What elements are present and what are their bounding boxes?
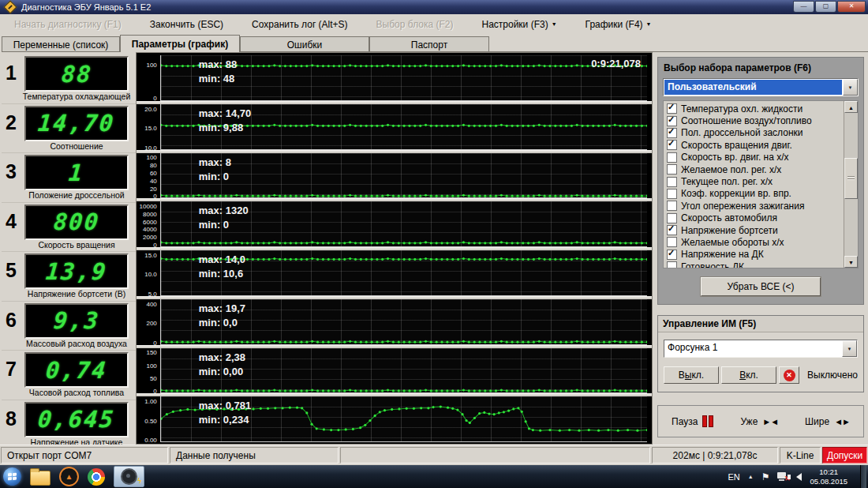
- checkbox-label: Скорость автомобиля: [681, 212, 777, 223]
- checkbox-idle-engine-speed[interactable]: [667, 152, 677, 163]
- tab-variables-list[interactable]: Переменные (список): [2, 36, 120, 52]
- narrower-button[interactable]: Уже ►◄: [740, 416, 778, 427]
- checklist-item-o2-readiness[interactable]: Готовность ДК: [667, 261, 842, 268]
- checklist-item-throttle-position[interactable]: Пол. дроссельной заслонки: [667, 127, 842, 139]
- actuator-value: Форсунка 1: [664, 340, 842, 357]
- axis-tick-label: 80: [150, 162, 157, 169]
- graph-plot: max: 14,70min: 9,88: [160, 104, 647, 150]
- scrollbar-thumb[interactable]: [844, 158, 858, 199]
- graph-max-label: max: 88: [199, 58, 237, 70]
- hidden-icons-chevron[interactable]: ▲: [748, 474, 754, 479]
- chrome-icon[interactable]: [88, 468, 105, 486]
- checkbox-o2-readiness[interactable]: [667, 261, 677, 268]
- minimize-button[interactable]: —: [793, 1, 814, 13]
- menu-item-charts[interactable]: Графики (F4)▼: [586, 19, 652, 30]
- scroll-down-icon[interactable]: ▼: [844, 256, 858, 268]
- tab-passport[interactable]: Паспорт: [369, 36, 489, 52]
- menu-item-finish[interactable]: Закончить (ESC): [150, 19, 223, 30]
- checkbox-ignition-advance[interactable]: [667, 201, 677, 211]
- checkbox-battery-voltage[interactable]: [667, 225, 677, 235]
- close-button[interactable]: ✕: [837, 1, 866, 13]
- axis-tick-label: 0.50: [144, 417, 157, 424]
- checkbox-desired-idle-rpm[interactable]: [667, 237, 677, 247]
- checklist-item-battery-voltage[interactable]: Напряжение бортсети: [667, 224, 842, 236]
- led-display: 13,9: [24, 253, 129, 289]
- axis-tick-label: 400: [146, 300, 156, 307]
- menu-item-save-log[interactable]: Сохранить лог (Alt+S): [252, 19, 348, 30]
- checklist-item-desired-idle-rpm[interactable]: Желаемые обороты х/х: [667, 236, 842, 248]
- checklist-item-injection-correction[interactable]: Коэф. коррекции вр. впр.: [667, 188, 842, 200]
- network-icon[interactable]: ✕: [777, 472, 788, 482]
- chevron-down-icon: ▼: [552, 21, 557, 27]
- actuator-control-title: Управление ИМ (F5): [658, 316, 863, 332]
- checkbox-label: Напряжение бортсети: [681, 225, 778, 236]
- checkbox-temp-coolant[interactable]: [667, 103, 677, 114]
- checklist-scrollbar[interactable]: ▲▼: [844, 101, 858, 268]
- checklist-item-engine-speed[interactable]: Скорость вращения двиг.: [667, 139, 842, 151]
- graph-plot: max: 88min: 480:9:21,078: [160, 55, 647, 101]
- param-index: 8: [6, 407, 17, 430]
- parameter-set-combobox[interactable]: Пользовательский ▼: [663, 78, 859, 96]
- actuator-off-button[interactable]: Выкл.: [664, 366, 719, 384]
- actuator-stop-button[interactable]: ✕: [779, 366, 799, 384]
- menu-item-settings[interactable]: Настройки (F3)▼: [481, 19, 556, 30]
- tray-time: 10:21: [819, 467, 838, 476]
- volume-icon[interactable]: [796, 473, 802, 481]
- checklist-item-o2-sensor-voltage[interactable]: Напряжение на ДК: [667, 249, 842, 261]
- checklist-item-vehicle-speed[interactable]: Скорость автомобиля: [667, 212, 842, 224]
- checkbox-label: Пол. дроссельной заслонки: [681, 127, 803, 138]
- chevron-down-icon[interactable]: ▼: [842, 340, 857, 357]
- tab-parameters-graph[interactable]: Параметры (график): [120, 35, 240, 52]
- checklist-item-temp-coolant[interactable]: Температура охл. жидкости: [667, 103, 842, 114]
- checkbox-engine-speed[interactable]: [667, 140, 677, 150]
- clock[interactable]: 10:21 05.08.2015: [810, 467, 847, 486]
- clear-all-button[interactable]: Убрать ВСЕ (<): [701, 277, 821, 296]
- scroll-up-icon[interactable]: ▲: [844, 101, 858, 113]
- graph-plot: max: 2,38min: 0,00: [160, 348, 647, 394]
- checkbox-air-fuel-ratio[interactable]: [667, 116, 677, 126]
- axis-tick-label: 1.00: [144, 398, 157, 405]
- actuator-status-label: Выключено: [807, 370, 858, 381]
- checklist-item-ignition-advance[interactable]: Угол опережения зажигания: [667, 200, 842, 212]
- timing-status: 202мс | 0:9:21,078с: [652, 447, 778, 464]
- start-button-icon[interactable]: [3, 467, 21, 486]
- pause-button[interactable]: Пауза: [672, 415, 713, 427]
- checklist-item-idle-engine-speed[interactable]: Скорость вр. двиг. на х/х: [667, 152, 842, 163]
- actuator-on-button[interactable]: Вкл.: [721, 366, 776, 384]
- checkbox-current-idle-reg[interactable]: [667, 177, 677, 187]
- checklist-item-desired-idle-reg[interactable]: Желаемое пол. рег. х/х: [667, 163, 842, 175]
- tab-bar: Переменные (список)Параметры (график)Оши…: [0, 35, 868, 52]
- led-display: 0,74: [24, 352, 129, 388]
- checklist-item-current-idle-reg[interactable]: Текущее пол. рег. х/х: [667, 175, 842, 187]
- tab-errors[interactable]: Ошибки: [240, 36, 369, 52]
- wider-button[interactable]: Шире ◄►: [805, 416, 850, 427]
- aimp-icon[interactable]: ▲: [59, 467, 79, 486]
- menubar: Начать диагностику (F1)Закончить (ESC)Со…: [0, 14, 868, 35]
- axis-tick-label: 2000: [143, 234, 157, 241]
- language-indicator[interactable]: EN: [728, 472, 739, 482]
- checkbox-throttle-position[interactable]: [667, 128, 677, 138]
- checkbox-label: Текущее пол. рег. х/х: [681, 176, 773, 187]
- axis-tick-label: 200: [146, 320, 156, 327]
- diagnostics-app-task-button[interactable]: ϟ: [114, 466, 144, 487]
- checkbox-injection-correction[interactable]: [667, 189, 677, 199]
- checkbox-o2-sensor-voltage[interactable]: [667, 250, 677, 260]
- show-desktop-button[interactable]: [860, 465, 866, 488]
- explorer-icon[interactable]: [30, 471, 51, 486]
- maximize-button[interactable]: ▢: [815, 1, 836, 13]
- chevron-down-icon[interactable]: ▼: [843, 79, 858, 96]
- param-label: Соотношение: [21, 141, 133, 151]
- axis-tick-label: 50: [150, 374, 157, 381]
- axis-tick-label: 0: [153, 339, 156, 346]
- action-center-flag-icon[interactable]: ⚑: [761, 471, 770, 482]
- tolerances-badge[interactable]: Допуски: [822, 447, 867, 464]
- checkbox-label: Температура охл. жидкости: [681, 103, 803, 114]
- checklist-item-air-fuel-ratio[interactable]: Соотношение воздух/топливо: [667, 114, 842, 126]
- tray-date: 05.08.2015: [810, 477, 847, 486]
- checkbox-desired-idle-reg[interactable]: [667, 164, 677, 175]
- parameter-set-title: Выбор набора параметров (F6): [664, 62, 859, 73]
- actuator-combobox[interactable]: Форсунка 1 ▼: [664, 340, 858, 358]
- param-label: Скорость вращения: [21, 240, 133, 250]
- checkbox-vehicle-speed[interactable]: [667, 213, 677, 223]
- axis-tick-label: 8000: [143, 210, 157, 217]
